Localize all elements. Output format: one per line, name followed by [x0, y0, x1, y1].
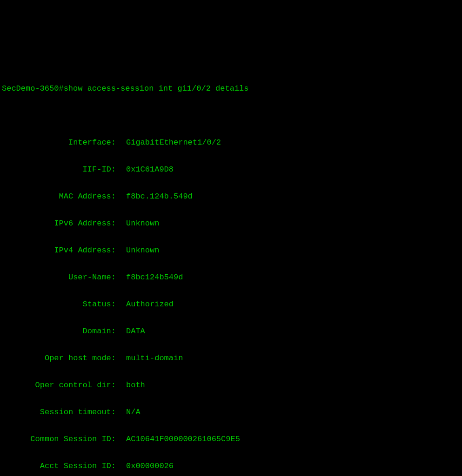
kv-row: Common Session ID:AC10641F000000261065C9… [2, 432, 462, 446]
kv-label: Oper control dir: [2, 378, 117, 392]
kv-label: User-Name: [2, 271, 117, 284]
kv-value: Unknown [117, 244, 159, 257]
kv-value: GigabitEthernet1/0/2 [117, 136, 221, 149]
kv-label: MAC Address: [2, 190, 117, 203]
hostname-prompt: SecDemo-3650# [2, 84, 64, 93]
kv-row: Session timeout:N/A [2, 405, 462, 419]
kv-row: IIF-ID:0x1C61A9D8 [2, 163, 462, 176]
kv-row: Status:Authorized [2, 298, 462, 311]
kv-value: Authorized [117, 298, 174, 311]
kv-value: 0x00000026 [117, 459, 174, 473]
kv-row: Oper control dir:both [2, 378, 462, 392]
kv-value: Unknown [117, 217, 159, 230]
kv-value: multi-domain [117, 351, 183, 365]
kv-value: 0x1C61A9D8 [117, 163, 174, 176]
kv-label: Acct Session ID: [2, 459, 117, 473]
kv-label: Interface: [2, 136, 117, 149]
kv-row: MAC Address:f8bc.124b.549d [2, 190, 462, 203]
kv-row: IPv4 Address:Unknown [2, 244, 462, 257]
kv-value: N/A [117, 405, 141, 419]
kv-label: IPv6 Address: [2, 217, 117, 230]
kv-label: Oper host mode: [2, 351, 117, 365]
kv-label: Status: [2, 298, 117, 311]
kv-value: both [117, 378, 145, 392]
kv-label: Common Session ID: [2, 432, 117, 446]
kv-row: Acct Session ID:0x00000026 [2, 459, 462, 473]
kv-label: Session timeout: [2, 405, 117, 419]
kv-label: Domain: [2, 324, 117, 338]
kv-label: IIF-ID: [2, 163, 117, 176]
kv-value: DATA [117, 324, 145, 338]
kv-value: f8bc.124b.549d [117, 190, 193, 203]
kv-row: Domain:DATA [2, 324, 462, 338]
kv-row: Interface:GigabitEthernet1/0/2 [2, 136, 462, 149]
kv-row: IPv6 Address:Unknown [2, 217, 462, 230]
kv-row: User-Name:f8bc124b549d [2, 271, 462, 284]
kv-label: IPv4 Address: [2, 244, 117, 257]
kv-row: Oper host mode:multi-domain [2, 351, 462, 365]
command-line: SecDemo-3650#show access-session int gi1… [2, 82, 462, 95]
terminal-output: { "prompt": { "hostname_prefix": "SecDem… [0, 27, 462, 476]
kv-value: f8bc124b549d [117, 271, 183, 284]
command-text: show access-session int gi1/0/2 details [64, 84, 249, 93]
kv-value: AC10641F000000261065C9E5 [117, 432, 240, 446]
